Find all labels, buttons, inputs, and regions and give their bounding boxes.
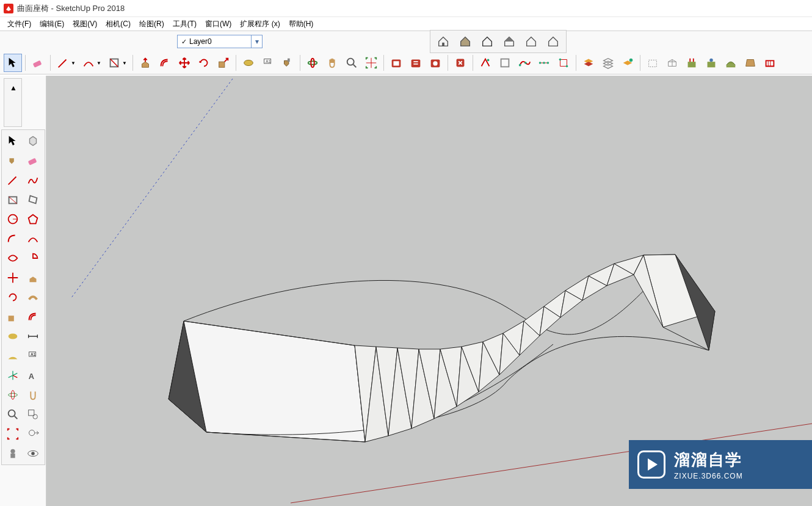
- scene-2-icon[interactable]: [456, 32, 474, 51]
- tape-tool[interactable]: [239, 54, 258, 72]
- orbit-tool[interactable]: [303, 54, 322, 72]
- lt-rotrect-icon[interactable]: [24, 190, 42, 209]
- lt-component-icon[interactable]: [24, 132, 42, 150]
- plugin-a-icon[interactable]: [476, 54, 495, 72]
- menu-file[interactable]: 文件(F): [4, 18, 35, 31]
- sandbox-4-icon[interactable]: [702, 54, 720, 72]
- menu-draw[interactable]: 绘图(R): [136, 18, 168, 31]
- paint-tool[interactable]: [278, 54, 297, 72]
- svg-point-42: [9, 410, 15, 417]
- scene-6-icon[interactable]: [544, 32, 562, 51]
- layer-selected-label: Layer0: [189, 37, 212, 46]
- plugin-c-icon[interactable]: [515, 54, 534, 72]
- lt-zoomext-icon[interactable]: [4, 425, 22, 443]
- menu-view[interactable]: 视图(V): [69, 18, 101, 31]
- eraser-tool[interactable]: [29, 54, 47, 72]
- svg-text:A1: A1: [266, 59, 270, 63]
- menu-window[interactable]: 窗口(W): [201, 18, 235, 31]
- menu-tools[interactable]: 工具(T): [169, 18, 200, 31]
- lt-scale-icon[interactable]: [4, 308, 22, 326]
- lt-3dtext-icon[interactable]: A: [24, 366, 42, 385]
- lt-pan-icon[interactable]: [24, 386, 42, 404]
- menu-extensions[interactable]: 扩展程序 (x): [236, 18, 283, 31]
- lt-tape-icon[interactable]: [4, 327, 22, 345]
- chevron-down-icon[interactable]: ▾: [251, 35, 262, 48]
- lt-prev-icon[interactable]: [24, 425, 42, 443]
- lt-2parc-icon[interactable]: [24, 230, 42, 248]
- lt-pie-icon[interactable]: [24, 249, 42, 267]
- line-tool[interactable]: ▼: [54, 54, 78, 72]
- lt-protractor-icon[interactable]: [4, 347, 22, 365]
- rotate-tool[interactable]: [195, 54, 213, 72]
- lt-position-icon[interactable]: [4, 444, 22, 463]
- separator: [25, 55, 26, 71]
- zoom-tool[interactable]: [343, 54, 361, 72]
- svg-point-27: [629, 59, 633, 62]
- lt-text-icon[interactable]: A1: [24, 347, 42, 365]
- pan-tool[interactable]: [323, 54, 341, 72]
- sandbox-2-icon[interactable]: [663, 54, 681, 72]
- sandbox-3-icon[interactable]: [683, 54, 701, 72]
- lt-polygon-icon[interactable]: [24, 210, 42, 228]
- scene-1-icon[interactable]: [434, 32, 452, 51]
- sandbox-6-icon[interactable]: [741, 54, 759, 72]
- plugin-b-icon[interactable]: [496, 54, 514, 72]
- scene-3-icon[interactable]: [478, 32, 496, 51]
- lt-offset-icon[interactable]: [24, 308, 42, 326]
- lt-freehand-icon[interactable]: [24, 171, 42, 189]
- extension-1-icon[interactable]: [451, 54, 469, 72]
- lt-eraser-icon[interactable]: [24, 151, 42, 170]
- lt-orbit-icon[interactable]: [4, 386, 22, 404]
- svg-point-16: [433, 61, 437, 65]
- scene-5-icon[interactable]: [522, 32, 540, 51]
- lt-zoomwin-icon[interactable]: [24, 405, 42, 424]
- lt-move-icon[interactable]: [4, 269, 22, 287]
- pushpull-tool[interactable]: [136, 54, 154, 72]
- layers-1-icon[interactable]: [579, 54, 598, 72]
- warehouse-2-icon[interactable]: [407, 54, 425, 72]
- scale-tool[interactable]: [214, 54, 233, 72]
- lt-look-icon[interactable]: [24, 444, 42, 463]
- menu-edit[interactable]: 编辑(E): [36, 18, 68, 31]
- lt-rect-icon[interactable]: [4, 190, 22, 209]
- lt-arc-icon[interactable]: [4, 230, 22, 248]
- warehouse-3-icon[interactable]: [426, 54, 444, 72]
- lt-3parc-icon[interactable]: [4, 249, 22, 267]
- lt-rotate-icon[interactable]: [4, 288, 22, 306]
- menu-camera[interactable]: 相机(C): [102, 18, 134, 31]
- sandbox-7-icon[interactable]: [761, 54, 779, 72]
- separator: [383, 55, 384, 71]
- lt-zoom-icon[interactable]: [4, 405, 22, 424]
- viewport[interactable]: 溜溜自学 ZIXUE.3D66.COM: [46, 76, 812, 506]
- svg-point-21: [524, 62, 527, 64]
- lt-circle-icon[interactable]: [4, 210, 22, 228]
- sandbox-1-icon[interactable]: [643, 54, 662, 72]
- lt-pushpull-icon[interactable]: [24, 269, 42, 287]
- layers-2-icon[interactable]: [599, 54, 617, 72]
- lt-axes-icon[interactable]: [4, 366, 22, 385]
- lt-paint-icon[interactable]: [4, 151, 22, 170]
- plugin-d-icon[interactable]: [535, 54, 553, 72]
- check-icon: ✓: [181, 38, 187, 46]
- shape-tool[interactable]: ▼: [105, 54, 129, 72]
- zoom-extents-tool[interactable]: [362, 54, 380, 72]
- separator: [473, 55, 473, 71]
- scene-4-icon[interactable]: [500, 32, 518, 51]
- lt-select-icon[interactable]: [4, 132, 22, 150]
- svg-point-26: [566, 65, 568, 68]
- lt-line-icon[interactable]: [4, 171, 22, 189]
- menu-help[interactable]: 帮助(H): [285, 18, 317, 31]
- sandbox-5-icon[interactable]: [722, 54, 740, 72]
- arc-tool[interactable]: ▼: [79, 54, 104, 72]
- move-tool[interactable]: [175, 54, 194, 72]
- layer-dropdown[interactable]: ✓ Layer0 ▾: [177, 35, 263, 48]
- select-tool[interactable]: [4, 54, 22, 72]
- offset-tool[interactable]: [156, 54, 174, 72]
- text-tool[interactable]: A1: [259, 54, 277, 72]
- warehouse-1-icon[interactable]: [387, 54, 405, 72]
- plugin-e-icon[interactable]: [554, 54, 573, 72]
- select-small-icon[interactable]: ▲: [6, 81, 21, 95]
- layers-3-icon[interactable]: [618, 54, 637, 72]
- lt-dimension-icon[interactable]: [24, 327, 42, 345]
- lt-followme-icon[interactable]: [24, 288, 42, 306]
